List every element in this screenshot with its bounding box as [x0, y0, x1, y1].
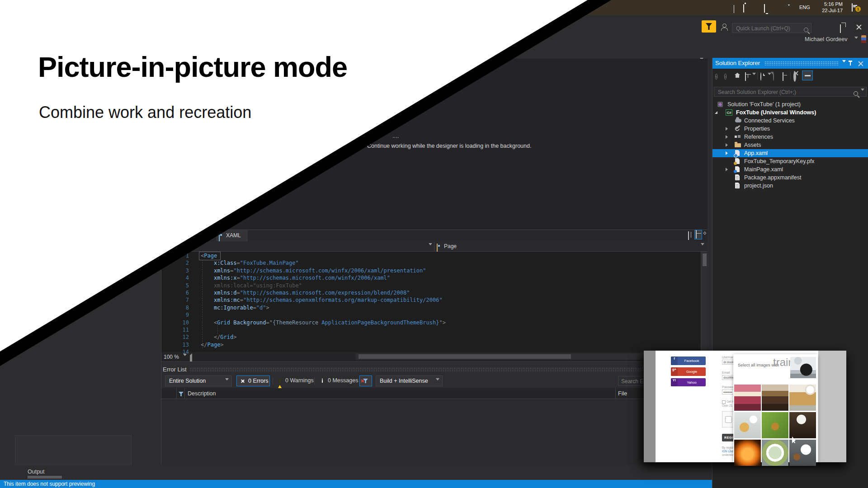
- clock-date[interactable]: 22-Jul-17: [816, 8, 843, 13]
- editor-zoom-bar: 100 %: [161, 352, 708, 361]
- xaml-pane-tab[interactable]: XAML: [216, 230, 248, 241]
- code-line[interactable]: 10 <Grid Background="{ThemeResource Appl…: [177, 319, 446, 327]
- usb-icon[interactable]: [743, 5, 744, 13]
- captcha-image[interactable]: [762, 412, 788, 438]
- captcha-image[interactable]: [789, 440, 816, 466]
- restore-button[interactable]: [840, 25, 841, 33]
- tree-item-project-foxtube[interactable]: C# FoxTube (Universal Windows): [712, 108, 868, 117]
- zoom-level[interactable]: 100 %: [164, 354, 179, 360]
- scrollbar-thumb[interactable]: [359, 354, 571, 359]
- description-column-header[interactable]: Description: [188, 390, 216, 397]
- captcha-image[interactable]: [762, 440, 788, 466]
- code-line[interactable]: 3 xmlns="http://schemas.microsoft.com/wi…: [177, 267, 426, 275]
- solution-search-input[interactable]: [717, 88, 845, 96]
- scrollbar-thumb[interactable]: [703, 253, 707, 266]
- tree-item-solution[interactable]: Solution 'FoxTube' (1 project): [712, 100, 868, 108]
- expander-icon[interactable]: [726, 143, 728, 147]
- warnings-count[interactable]: 0 Warnings: [285, 377, 314, 384]
- expander-open-icon[interactable]: [715, 111, 717, 114]
- element-breadcrumb[interactable]: Page: [444, 243, 457, 249]
- quick-launch-box[interactable]: [732, 23, 811, 33]
- file-column-header[interactable]: File: [618, 390, 627, 397]
- yahoo-login-button[interactable]: Y! Yahoo: [671, 378, 706, 386]
- code-line[interactable]: 13</Page>: [177, 342, 224, 349]
- expander-icon[interactable]: [726, 168, 728, 171]
- network-display-icon[interactable]: [764, 5, 765, 13]
- wrench-icon: [736, 125, 740, 129]
- google-login-button[interactable]: g+ Google: [671, 367, 706, 376]
- code-line[interactable]: 14: [177, 349, 201, 356]
- csharp-project-icon: C#: [726, 109, 732, 116]
- tree-item-projectjson[interactable]: project.json: [712, 182, 868, 190]
- messages-count[interactable]: 0 Messages: [328, 377, 358, 384]
- code-line[interactable]: 11: [177, 327, 201, 334]
- tree-item-assets[interactable]: Assets: [712, 141, 868, 149]
- code-line[interactable]: 5 xmlns:local="using:FoxTube": [177, 282, 302, 290]
- pip-browser-window[interactable]: f Facebook g+ Google Y! Yahoo Username E…: [644, 351, 846, 462]
- clock-time[interactable]: 5:16 PM: [816, 1, 843, 7]
- output-tab-grip[interactable]: [28, 476, 62, 479]
- expander-icon[interactable]: [726, 151, 728, 155]
- forward-button[interactable]: ›: [724, 72, 726, 80]
- refresh-button[interactable]: [773, 73, 774, 81]
- solution-explorer-search[interactable]: [714, 87, 867, 97]
- recaptcha-checkbox[interactable]: [725, 416, 732, 423]
- tree-item-pfx[interactable]: FoxTube_TemporaryKey.pfx: [712, 157, 868, 165]
- window-position-icon[interactable]: [842, 62, 846, 70]
- tab-output[interactable]: Output: [28, 469, 45, 475]
- tree-item-references[interactable]: References: [712, 133, 868, 141]
- account-name[interactable]: Michael Gordeev: [805, 36, 848, 42]
- build-intellisense-dropdown[interactable]: Build + IntelliSense: [376, 375, 443, 386]
- account-dropdown-icon[interactable]: [854, 39, 858, 47]
- sync-with-active-document-button[interactable]: [745, 73, 746, 81]
- editor-vertical-scrollbar[interactable]: [701, 252, 708, 352]
- captcha-image[interactable]: [762, 385, 788, 411]
- age-checkbox[interactable]: [722, 400, 726, 404]
- tray-expand-icon[interactable]: [734, 5, 734, 14]
- back-button[interactable]: ‹: [715, 72, 717, 80]
- quick-launch-input[interactable]: [735, 24, 800, 33]
- captcha-image[interactable]: [789, 385, 816, 411]
- error-list-panel: Error List Entire Solution 0 Errors 0 Wa…: [161, 361, 708, 465]
- captcha-image[interactable]: [734, 412, 761, 438]
- code-line[interactable]: 1<Page: [177, 253, 217, 260]
- action-center-icon[interactable]: 1: [852, 4, 853, 12]
- code-line[interactable]: 8 mc:Ignorable="d">: [177, 305, 269, 312]
- errors-filter-button[interactable]: 0 Errors: [236, 375, 270, 386]
- solution-explorer-titlebar[interactable]: Solution Explorer: [712, 58, 868, 69]
- captcha-image[interactable]: [734, 385, 761, 411]
- account-avatar[interactable]: [861, 35, 866, 43]
- tree-item-appxmanifest[interactable]: Package.appxmanifest: [712, 174, 868, 182]
- facebook-login-button[interactable]: f Facebook: [671, 357, 706, 365]
- error-list-body[interactable]: [161, 399, 708, 466]
- tree-item-properties[interactable]: Properties: [712, 125, 868, 133]
- code-line[interactable]: 4 xmlns:x="http://schemas.microsoft.com/…: [177, 275, 390, 282]
- captcha-image[interactable]: [789, 412, 816, 438]
- tree-item-mainpage[interactable]: MainPage.xaml: [712, 165, 868, 174]
- code-line[interactable]: 12 </Grid>: [177, 334, 237, 341]
- code-line[interactable]: 9: [177, 312, 201, 319]
- error-scope-dropdown[interactable]: Entire Solution: [165, 375, 232, 386]
- expander-icon[interactable]: [726, 135, 728, 139]
- vertical-split-button[interactable]: [688, 232, 689, 240]
- feedback-flag-button[interactable]: [702, 20, 716, 33]
- tree-item-connected-services[interactable]: Connected Services: [712, 117, 868, 125]
- captcha-image[interactable]: [734, 440, 761, 466]
- language-indicator[interactable]: ENG: [799, 5, 810, 10]
- pending-changes-filter-button[interactable]: [760, 73, 761, 81]
- collapse-all-button[interactable]: [783, 73, 783, 81]
- expander-icon[interactable]: [726, 127, 728, 131]
- code-line[interactable]: 7 xmlns:mc="http://schemas.openxmlformat…: [177, 297, 443, 304]
- filter-button[interactable]: [359, 375, 372, 386]
- properties-button[interactable]: [793, 73, 796, 81]
- chevron-down-icon[interactable]: [768, 75, 771, 83]
- horizontal-split-button[interactable]: [694, 230, 702, 239]
- code-line[interactable]: 2 x:Class="FoxTube.MainPage": [177, 260, 299, 267]
- designer-loading-dots: ....: [392, 132, 399, 139]
- error-list-title[interactable]: Error List: [163, 366, 187, 373]
- chevron-down-icon[interactable]: [752, 75, 756, 83]
- chevron-down-icon[interactable]: [861, 91, 864, 99]
- code-line[interactable]: 6 xmlns:d="http://schemas.microsoft.com/…: [177, 290, 410, 297]
- preview-selected-items-toggle[interactable]: [802, 70, 813, 80]
- tree-item-appxaml-selected[interactable]: App.xaml: [712, 149, 868, 157]
